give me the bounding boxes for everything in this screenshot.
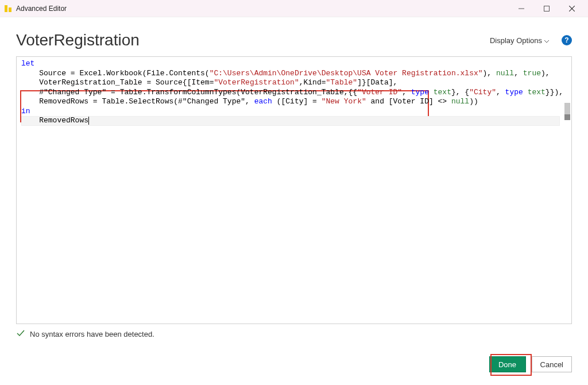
display-options-label: Display Options — [490, 36, 542, 45]
status-bar: No syntax errors have been detected. — [16, 329, 572, 340]
text-caret — [88, 117, 89, 125]
code-editor[interactable]: let Source = Excel.Workbook(File.Content… — [16, 56, 572, 324]
minimize-button[interactable] — [509, 0, 534, 17]
check-icon — [16, 329, 25, 340]
code-content[interactable]: let Source = Excel.Workbook(File.Content… — [17, 57, 571, 128]
svg-rect-0 — [5, 5, 7, 12]
help-icon[interactable]: ? — [562, 35, 572, 45]
app-icon — [3, 4, 13, 13]
window-title: Advanced Editor — [16, 5, 67, 13]
header: VoterRegistration Display Options ? — [0, 17, 588, 56]
cancel-button[interactable]: Cancel — [532, 356, 572, 372]
svg-rect-1 — [9, 7, 11, 12]
footer-buttons: Done Cancel — [489, 356, 572, 372]
close-button[interactable] — [559, 0, 585, 17]
svg-rect-3 — [544, 6, 550, 11]
maximize-button[interactable] — [534, 0, 559, 17]
status-message: No syntax errors have been detected. — [30, 330, 154, 338]
query-name-heading: VoterRegistration — [16, 31, 140, 49]
title-bar: Advanced Editor — [0, 0, 588, 17]
chevron-down-icon — [544, 36, 549, 45]
done-button[interactable]: Done — [489, 356, 526, 372]
display-options-dropdown[interactable]: Display Options — [486, 34, 552, 47]
